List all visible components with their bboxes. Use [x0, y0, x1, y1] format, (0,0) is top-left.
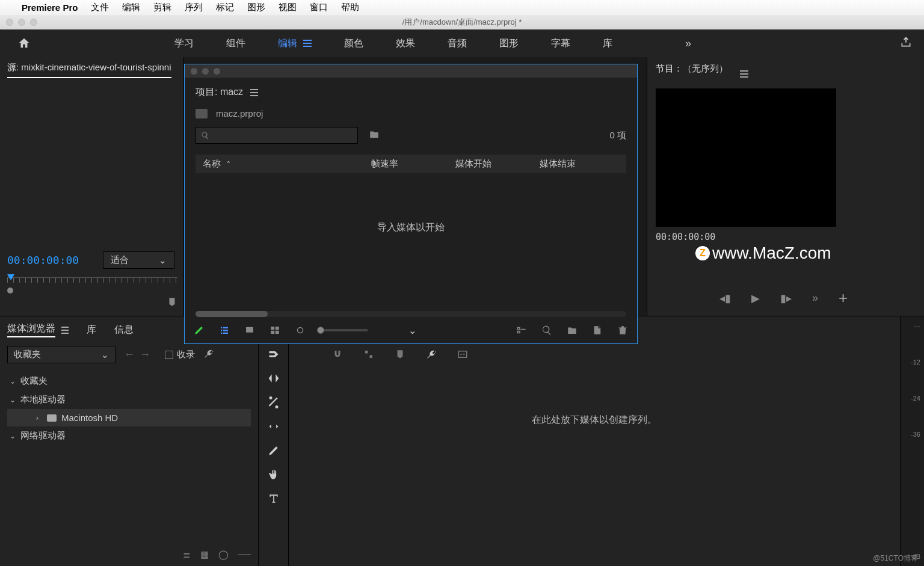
- snap-icon[interactable]: [332, 349, 343, 362]
- program-transport: ◂▮ ▶ ▮▸ » +: [719, 289, 848, 307]
- project-columns-header[interactable]: 名称⌃ 帧速率 媒体开始 媒体结束: [196, 155, 626, 173]
- new-bin-folder-icon[interactable]: [566, 324, 578, 336]
- add-button-icon[interactable]: +: [839, 289, 848, 307]
- ws-tab-learn[interactable]: 学习: [174, 37, 194, 50]
- play-icon[interactable]: ▶: [751, 292, 760, 305]
- tree-network-drives[interactable]: ⌄网络驱动器: [7, 426, 251, 445]
- ws-tab-captions[interactable]: 字幕: [551, 37, 570, 50]
- chevron-down-icon: ⌄: [159, 255, 167, 266]
- ws-tab-effects[interactable]: 效果: [396, 37, 415, 50]
- app-name[interactable]: Premiere Pro: [22, 2, 78, 13]
- source-panel-tab[interactable]: 源: mixkit-cinematic-view-of-tourist-spin…: [7, 62, 171, 78]
- razor-tool-icon[interactable]: [267, 396, 280, 409]
- captions-icon[interactable]: [457, 349, 468, 362]
- export-icon[interactable]: [900, 36, 912, 51]
- more-workspaces-icon[interactable]: »: [685, 37, 689, 50]
- ws-tab-audio[interactable]: 音频: [448, 37, 467, 50]
- source-zoom-dropdown[interactable]: 适合⌄: [103, 251, 174, 269]
- tree-local-drives[interactable]: ⌄本地驱动器: [7, 390, 251, 409]
- thumb-slider[interactable]: ──: [238, 549, 251, 560]
- project-search-input[interactable]: [196, 127, 358, 144]
- traffic-lights[interactable]: [6, 19, 37, 26]
- program-monitor-panel: 节目：（无序列） 00:00:00:00 Zwww.MacZ.com ◂▮ ▶ …: [647, 57, 924, 316]
- mb-tab-info[interactable]: 信息: [114, 324, 134, 336]
- tree-drive-macintosh[interactable]: ›Macintosh HD: [7, 409, 251, 426]
- program-panel-tab[interactable]: 节目：（无序列）: [656, 63, 748, 73]
- hand-tool-icon[interactable]: [267, 468, 280, 481]
- program-timecode[interactable]: 00:00:00:00: [656, 232, 916, 242]
- track-select-tool-icon[interactable]: [267, 348, 280, 361]
- nav-back-icon[interactable]: ←: [124, 348, 135, 361]
- sort-icon[interactable]: [381, 324, 393, 336]
- ripple-tool-icon[interactable]: [267, 372, 280, 385]
- workspace-bar: 学习 组件 编辑 颜色 效果 音频 图形 字幕 库 »: [0, 29, 924, 57]
- ws-tab-library[interactable]: 库: [603, 37, 612, 50]
- project-panel-tab[interactable]: 项目: macz: [185, 78, 637, 102]
- ingest-checkbox[interactable]: 收录: [165, 349, 195, 360]
- step-forward-icon[interactable]: ▮▸: [780, 292, 792, 305]
- nav-forward-icon[interactable]: →: [140, 348, 150, 361]
- marker-icon[interactable]: [395, 349, 405, 362]
- project-drop-hint[interactable]: 导入媒体以开始: [185, 173, 637, 311]
- more-icon[interactable]: »: [812, 292, 818, 304]
- step-back-icon[interactable]: ◂▮: [719, 292, 731, 305]
- thumbnail-view-icon[interactable]: ▦: [200, 549, 209, 560]
- mb-path-dropdown[interactable]: 收藏夹⌄: [7, 346, 116, 363]
- menu-window[interactable]: 窗口: [310, 2, 328, 13]
- sort-asc-icon[interactable]: ⌃: [226, 160, 231, 168]
- trash-icon[interactable]: [617, 324, 629, 336]
- menu-file[interactable]: 文件: [91, 2, 109, 13]
- playhead-icon[interactable]: [7, 274, 14, 280]
- zoom-slider-knob-icon[interactable]: [294, 324, 306, 336]
- insert-icon[interactable]: [301, 349, 312, 362]
- project-scrollbar[interactable]: [196, 311, 626, 317]
- timeline-toolbar: [259, 316, 289, 566]
- menu-clip[interactable]: 剪辑: [153, 2, 171, 13]
- panel-traffic-lights[interactable]: [185, 64, 637, 78]
- icon-view-icon[interactable]: [244, 324, 256, 336]
- menu-edit[interactable]: 编辑: [122, 2, 140, 13]
- menu-view[interactable]: 视图: [279, 2, 297, 13]
- settings-icon[interactable]: [426, 349, 437, 362]
- home-button[interactable]: [0, 37, 48, 50]
- source-monitor-panel: 源: mixkit-cinematic-view-of-tourist-spin…: [0, 57, 184, 316]
- hamburger-icon[interactable]: [61, 327, 69, 334]
- menu-graphics[interactable]: 图形: [247, 2, 265, 13]
- pen-tool-icon[interactable]: [267, 444, 280, 457]
- freeform-view-icon[interactable]: [269, 324, 281, 336]
- find-icon[interactable]: [541, 324, 553, 336]
- new-item-icon[interactable]: [591, 324, 603, 336]
- menu-sequence[interactable]: 序列: [185, 2, 203, 13]
- wrench-icon[interactable]: [203, 348, 214, 361]
- ws-tab-edit[interactable]: 编辑: [278, 37, 312, 50]
- list-view-icon[interactable]: [218, 324, 230, 336]
- linked-selection-icon[interactable]: [363, 349, 374, 362]
- mb-tree: ⌄收藏夹 ⌄本地驱动器 ›Macintosh HD ⌄网络驱动器: [7, 372, 251, 445]
- new-bin-icon[interactable]: [369, 129, 380, 142]
- pencil-icon[interactable]: [193, 324, 205, 336]
- menu-help[interactable]: 帮助: [341, 2, 359, 13]
- hamburger-icon[interactable]: [740, 70, 748, 78]
- project-filename: macz.prproj: [216, 108, 263, 118]
- zoom-circle-icon[interactable]: ◯: [218, 549, 229, 560]
- ws-tab-assembly[interactable]: 组件: [226, 37, 245, 50]
- list-view-icon[interactable]: ≣: [183, 549, 191, 560]
- marker-icon[interactable]: [167, 297, 177, 310]
- type-tool-icon[interactable]: [267, 492, 280, 505]
- ws-tab-color[interactable]: 颜色: [344, 37, 363, 50]
- mb-tab-browser[interactable]: 媒体浏览器: [7, 322, 55, 337]
- dropdown-icon[interactable]: ⌄: [406, 324, 418, 336]
- hamburger-icon[interactable]: [250, 89, 258, 96]
- slip-tool-icon[interactable]: [267, 420, 280, 433]
- credit-text: @51CTO博客: [873, 553, 918, 564]
- menu-marker[interactable]: 标记: [216, 2, 234, 13]
- zoom-slider[interactable]: [319, 329, 368, 331]
- automate-icon[interactable]: [516, 324, 528, 336]
- source-zoom-handle[interactable]: [7, 288, 13, 294]
- ws-tab-graphics[interactable]: 图形: [499, 37, 519, 50]
- source-timecode[interactable]: 00:00:00:00: [7, 254, 79, 266]
- tree-favorites[interactable]: ⌄收藏夹: [7, 372, 251, 390]
- mb-tab-library[interactable]: 库: [87, 324, 96, 336]
- source-time-ruler[interactable]: [7, 277, 177, 293]
- drive-icon: [47, 414, 57, 422]
